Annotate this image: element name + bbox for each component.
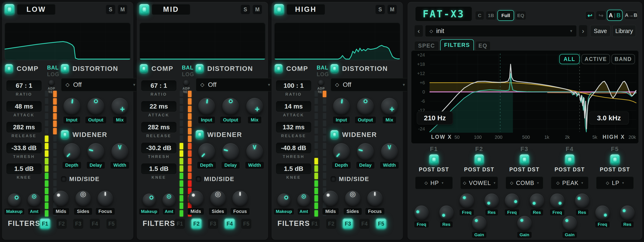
graph-mode-active-button[interactable]: ACTIVE xyxy=(582,54,610,64)
res-knob[interactable] xyxy=(484,194,499,208)
output-knob[interactable] xyxy=(222,98,239,114)
filter-button-f2[interactable]: F2 xyxy=(191,218,202,229)
depth-knob[interactable] xyxy=(198,143,215,160)
post-dst-toggle[interactable] xyxy=(520,154,529,165)
log-mode-label[interactable]: LOG xyxy=(47,71,59,78)
comp-param-value[interactable]: 14 ms xyxy=(276,101,311,112)
midside-enable-toggle[interactable] xyxy=(196,176,201,182)
width-knob[interactable]: ∨ xyxy=(246,143,263,160)
mix-knob[interactable]: + xyxy=(112,98,128,114)
band-enable-toggle[interactable] xyxy=(140,4,149,15)
comp-param-value[interactable]: 67 : 1 xyxy=(141,80,176,91)
freq-knob[interactable] xyxy=(414,206,429,220)
freq-knob[interactable] xyxy=(550,194,564,208)
makeup-knob[interactable] xyxy=(278,194,290,206)
filter-button-f5[interactable]: F5 xyxy=(241,218,252,229)
distortion-mode-dropdown[interactable]: ◇ Off ▾ xyxy=(196,78,275,92)
filter-button-f5[interactable]: F5 xyxy=(376,218,386,229)
distortion-enable-toggle[interactable] xyxy=(330,64,338,73)
preset-next-button[interactable]: › xyxy=(579,25,588,37)
comp-param-value[interactable]: 100 : 1 xyxy=(276,80,311,91)
input-knob[interactable] xyxy=(64,98,80,114)
distortion-enable-toggle[interactable] xyxy=(196,64,204,73)
adp-rel-knob[interactable] xyxy=(49,80,54,86)
input-knob[interactable] xyxy=(333,98,350,114)
comp-param-value[interactable]: -30.2 dB xyxy=(141,143,176,153)
res-knob[interactable] xyxy=(439,206,454,220)
redo-button[interactable]: ↪ xyxy=(596,11,606,20)
filter-button-f3[interactable]: F3 xyxy=(208,218,218,229)
delay-knob[interactable] xyxy=(222,143,239,160)
depth-knob[interactable] xyxy=(64,143,80,160)
distortion-mode-dropdown[interactable]: ◇ Off ▾ xyxy=(330,78,410,92)
midside-enable-toggle[interactable] xyxy=(330,176,336,182)
comp-param-value[interactable]: 48 ms xyxy=(6,101,42,112)
gain-knob[interactable] xyxy=(517,216,532,230)
band-enable-toggle[interactable] xyxy=(4,4,14,15)
view-button-full[interactable]: Full xyxy=(498,10,514,20)
filter-mode-dropdown[interactable]: ◇ HP ▾ xyxy=(415,176,453,189)
post-dst-toggle[interactable] xyxy=(429,154,438,165)
gain-knob[interactable] xyxy=(562,216,577,230)
sides-knob[interactable]: ◎ xyxy=(210,191,226,206)
sides-knob[interactable]: ◎ xyxy=(345,191,360,206)
filter-button-f3[interactable]: F3 xyxy=(342,218,353,229)
input-knob[interactable] xyxy=(198,98,215,114)
comp-param-value[interactable]: 1.5 dB xyxy=(276,164,311,174)
view-button-eq[interactable]: EQ xyxy=(516,11,526,20)
focus-knob[interactable] xyxy=(367,191,382,206)
filter-mode-dropdown[interactable]: ◇ PEAK ▾ xyxy=(551,176,588,189)
width-knob[interactable]: ∨ xyxy=(112,143,128,160)
filter-button-f4[interactable]: F4 xyxy=(359,218,370,229)
mute-button[interactable]: M xyxy=(252,4,262,14)
filter-button-f1[interactable]: F1 xyxy=(174,218,185,229)
post-dst-toggle[interactable] xyxy=(565,154,574,165)
filter-mode-dropdown[interactable]: ◇ LP ▾ xyxy=(596,176,634,189)
sides-knob[interactable]: ◎ xyxy=(76,191,91,206)
delay-knob[interactable] xyxy=(357,143,374,160)
filter-button-f4[interactable]: F4 xyxy=(224,218,235,229)
filter-button-f3[interactable]: F3 xyxy=(73,218,84,229)
mids-knob[interactable] xyxy=(188,191,203,206)
comp-param-value[interactable]: 22 ms xyxy=(141,101,176,112)
filter-mode-dropdown[interactable]: ◇ COMB ▾ xyxy=(506,176,543,189)
comp-param-value[interactable]: -33.8 dB xyxy=(6,143,42,153)
distortion-mode-dropdown[interactable]: ◇ Off ▾ xyxy=(61,78,140,92)
amt-knob[interactable] xyxy=(162,194,176,206)
mids-knob[interactable] xyxy=(323,191,338,206)
midside-enable-toggle[interactable] xyxy=(61,176,66,182)
save-button[interactable]: Save xyxy=(590,25,610,37)
comp-enable-toggle[interactable] xyxy=(275,64,282,73)
comp-param-value[interactable]: 132 ms xyxy=(276,122,311,132)
bal-mode-label[interactable]: BAL xyxy=(317,65,328,71)
mute-button[interactable]: M xyxy=(118,4,128,14)
adp-rel-knob[interactable] xyxy=(318,80,324,86)
comp-param-value[interactable]: 67 : 1 xyxy=(6,80,42,91)
filter-button-f2[interactable]: F2 xyxy=(56,218,67,229)
post-dst-toggle[interactable] xyxy=(474,154,484,165)
bal-mode-label[interactable]: BAL xyxy=(182,65,194,71)
mix-knob[interactable]: + xyxy=(246,98,263,114)
filter-button-f4[interactable]: F4 xyxy=(90,218,100,229)
widener-enable-toggle[interactable] xyxy=(196,130,204,139)
undo-button[interactable]: ↩ xyxy=(585,11,595,20)
makeup-knob[interactable] xyxy=(8,194,21,206)
ab-compare-button[interactable]: A | B xyxy=(607,10,622,20)
graph-mode-all-button[interactable]: ALL xyxy=(560,54,579,64)
preset-prev-button[interactable]: ‹ xyxy=(414,25,423,37)
focus-knob[interactable] xyxy=(98,191,113,206)
comp-enable-toggle[interactable] xyxy=(140,64,148,73)
solo-button[interactable]: S xyxy=(106,4,116,14)
widener-enable-toggle[interactable] xyxy=(61,130,69,139)
res-knob[interactable] xyxy=(530,194,544,208)
freq-knob[interactable] xyxy=(505,194,519,208)
filter-button-f1[interactable]: F1 xyxy=(40,218,50,229)
freq-knob[interactable] xyxy=(595,206,610,220)
comp-param-value[interactable]: 1.5 dB xyxy=(6,164,42,174)
mids-knob[interactable] xyxy=(53,191,68,206)
output-knob[interactable] xyxy=(357,98,374,114)
makeup-knob[interactable] xyxy=(143,194,156,206)
ab-copy-button[interactable]: A→B xyxy=(624,10,638,20)
low-crossover-value[interactable]: 210 Hz xyxy=(417,112,453,124)
tab-spec[interactable]: SPEC xyxy=(414,41,439,50)
